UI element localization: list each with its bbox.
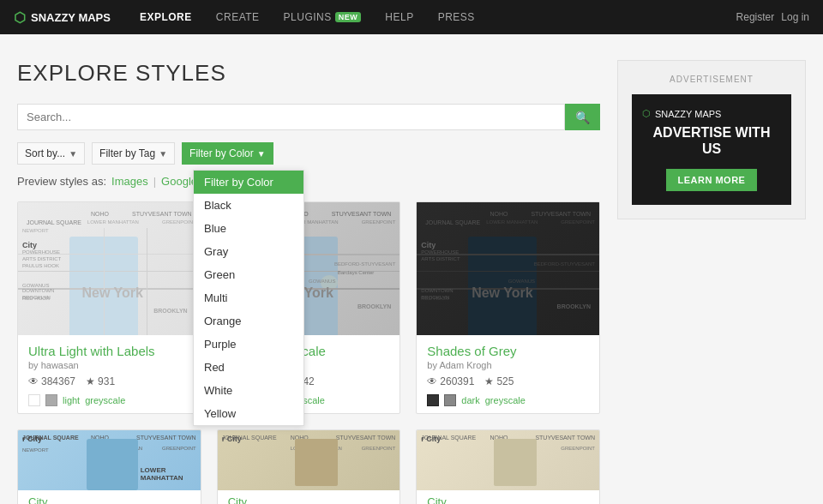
map-card-5[interactable]: JOURNAL SQUARE NOHO STUYVESANT TOWN LOWE… <box>217 429 401 504</box>
nav-help[interactable]: HELP <box>373 0 425 34</box>
sort-label: Sort by... <box>25 147 65 159</box>
page-title: EXPLORE STYLES <box>17 60 600 87</box>
bottom-map-label-5: City <box>218 490 400 504</box>
color-dropdown: Filter by Color Black Blue Gray Green Mu… <box>193 170 304 426</box>
bottom-map-title-4[interactable]: City <box>28 495 47 504</box>
map-thumb-6: JOURNAL SQUARE NOHO STUYVESANT TOWN GREE… <box>417 430 599 490</box>
nav-links: EXPLORE CREATE PLUGINS NEW HELP PRESS <box>128 0 736 34</box>
ad-brand-icon: ⬡ <box>642 108 651 119</box>
brand-name: SNAZZY MAPS <box>31 11 111 24</box>
map-tags-1: light greyscale <box>28 394 190 406</box>
bottom-map-title-5[interactable]: City <box>228 495 247 504</box>
swatch-grey-3 <box>444 394 456 406</box>
content-area: EXPLORE STYLES 🔍 Sort by... ▼ Filter by … <box>17 60 600 504</box>
bottom-map-label-4: City <box>18 490 201 504</box>
map-stars-3: ★ 525 <box>484 375 514 387</box>
tag-greyscale-1[interactable]: greyscale <box>85 395 125 405</box>
bottom-map-title-6[interactable]: City <box>427 495 446 504</box>
bottom-map-grid: JOURNAL SQUARE STUYVESANT TOWN NOHO GREE… <box>17 429 600 504</box>
ad-box: ADVERTISEMENT ⬡ SNAZZY MAPS ADVERTISE WI… <box>617 60 806 219</box>
dropdown-item-yellow[interactable]: Yellow <box>194 402 303 425</box>
map-visual-light: JOURNAL SQUARE NEWPORT NOHO LOWER MANHAT… <box>18 202 201 335</box>
dropdown-item-filter-by-color[interactable]: Filter by Color <box>194 171 303 194</box>
star-icon-3: ★ <box>484 375 494 387</box>
star-icon-1: ★ <box>86 375 95 387</box>
map-stats-1: 👁 384367 ★ 931 <box>28 375 190 387</box>
sidebar: ADVERTISEMENT ⬡ SNAZZY MAPS ADVERTISE WI… <box>617 60 806 504</box>
map-author-1: by hawasan <box>28 360 190 370</box>
map-title-1[interactable]: Ultra Light with Labels <box>28 344 190 358</box>
map-card-3[interactable]: JOURNAL SQUARE NOHO LOWER MANHATTAN STUY… <box>416 201 600 414</box>
ad-brand: ⬡ SNAZZY MAPS <box>642 108 781 119</box>
sort-chevron-icon: ▼ <box>69 149 77 159</box>
dropdown-item-gray[interactable]: Gray <box>194 240 303 263</box>
tag-chevron-icon: ▼ <box>159 149 167 159</box>
ad-learn-more-button[interactable]: LEARN MORE <box>666 169 758 191</box>
preview-separator: | <box>153 175 156 188</box>
new-badge: NEW <box>335 12 362 22</box>
swatch-white-1 <box>28 394 40 406</box>
color-filter-label: Filter by Color <box>189 147 254 159</box>
color-filter-select[interactable]: Filter by Color ▼ <box>182 142 273 165</box>
dropdown-item-white[interactable]: White <box>194 379 303 402</box>
tag-dark-3[interactable]: dark <box>461 395 479 405</box>
swatch-dark-3 <box>427 394 439 406</box>
map-thumb-3: JOURNAL SQUARE NOHO LOWER MANHATTAN STUY… <box>417 202 599 335</box>
tag-light-1[interactable]: light <box>63 395 80 405</box>
map-visual-dark: JOURNAL SQUARE NOHO LOWER MANHATTAN STUY… <box>417 202 599 335</box>
dropdown-item-orange[interactable]: Orange <box>194 309 303 333</box>
tag-filter-label: Filter by Tag <box>99 147 155 159</box>
dropdown-item-black[interactable]: Black <box>194 194 303 217</box>
nav-plugins[interactable]: PLUGINS NEW <box>272 0 374 34</box>
map-views-1: 👁 384367 <box>28 375 75 387</box>
dropdown-item-red[interactable]: Red <box>194 356 303 379</box>
nav-auth: Register Log in <box>736 11 809 23</box>
map-card-6[interactable]: JOURNAL SQUARE NOHO STUYVESANT TOWN GREE… <box>416 429 600 504</box>
map-author-3: by Adam Krogh <box>427 360 589 370</box>
eye-icon-1: 👁 <box>28 375 39 387</box>
ad-brand-name: SNAZZY MAPS <box>655 109 721 119</box>
map-card-1[interactable]: JOURNAL SQUARE NEWPORT NOHO LOWER MANHAT… <box>17 201 201 414</box>
map-title-3[interactable]: Shades of Grey <box>427 344 589 358</box>
search-row: 🔍 <box>17 104 600 130</box>
search-button[interactable]: 🔍 <box>565 104 600 130</box>
swatch-grey-1 <box>45 394 57 406</box>
map-grid: JOURNAL SQUARE NEWPORT NOHO LOWER MANHAT… <box>17 201 600 414</box>
preview-images-link[interactable]: Images <box>111 175 148 188</box>
register-button[interactable]: Register <box>736 11 775 23</box>
ad-label: ADVERTISEMENT <box>632 75 791 84</box>
search-input[interactable] <box>17 104 565 130</box>
preview-label: Preview styles as: <box>17 175 106 188</box>
color-chevron-icon: ▼ <box>257 149 266 159</box>
map-stars-1: ★ 931 <box>86 375 115 387</box>
dropdown-item-green[interactable]: Green <box>194 263 303 286</box>
tag-greyscale-3[interactable]: greyscale <box>485 395 526 405</box>
map-tags-3: dark greyscale <box>427 394 589 406</box>
bottom-map-label-6: City <box>417 490 599 504</box>
map-info-3: Shades of Grey by Adam Krogh 👁 260391 ★ … <box>417 335 599 413</box>
ad-title: ADVERTISE WITH US <box>642 124 781 157</box>
dropdown-item-blue[interactable]: Blue <box>194 217 303 240</box>
eye-icon-3: 👁 <box>427 375 437 387</box>
brand-icon: ⬡ <box>14 9 26 26</box>
sort-select[interactable]: Sort by... ▼ <box>17 142 85 165</box>
map-thumb-1: JOURNAL SQUARE NEWPORT NOHO LOWER MANHAT… <box>18 202 201 335</box>
preview-row: Preview styles as: Images | Google Maps <box>17 175 600 188</box>
dropdown-item-purple[interactable]: Purple <box>194 333 303 356</box>
brand-logo[interactable]: ⬡ SNAZZY MAPS <box>14 9 111 26</box>
nav-create[interactable]: CREATE <box>204 0 272 34</box>
nav-press[interactable]: PRESS <box>426 0 487 34</box>
map-views-3: 👁 260391 <box>427 375 474 387</box>
main-container: EXPLORE STYLES 🔍 Sort by... ▼ Filter by … <box>0 34 823 504</box>
ad-inner: ⬡ SNAZZY MAPS ADVERTISE WITH US LEARN MO… <box>632 94 791 205</box>
map-card-4[interactable]: JOURNAL SQUARE STUYVESANT TOWN NOHO GREE… <box>17 429 201 504</box>
tag-filter-select[interactable]: Filter by Tag ▼ <box>92 142 175 165</box>
map-thumb-5: JOURNAL SQUARE NOHO STUYVESANT TOWN LOWE… <box>218 430 400 490</box>
nav-explore[interactable]: EXPLORE <box>128 0 204 34</box>
map-thumb-4: JOURNAL SQUARE STUYVESANT TOWN NOHO GREE… <box>18 430 201 490</box>
map-info-1: Ultra Light with Labels by hawasan 👁 384… <box>18 335 201 413</box>
login-button[interactable]: Log in <box>781 11 809 23</box>
map-stats-3: 👁 260391 ★ 525 <box>427 375 589 387</box>
dropdown-item-multi[interactable]: Multi <box>194 286 303 309</box>
navbar: ⬡ SNAZZY MAPS EXPLORE CREATE PLUGINS NEW… <box>0 0 823 34</box>
